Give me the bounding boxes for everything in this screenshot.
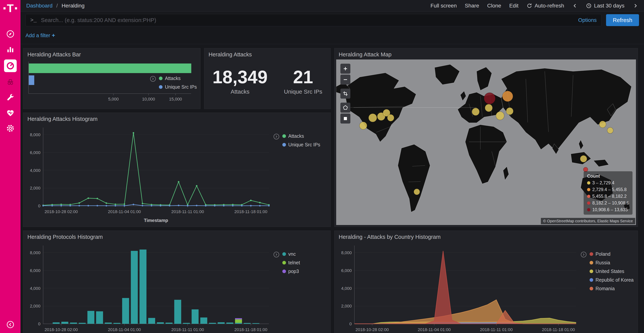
metric-label: Unique Src IPs [284,88,322,95]
legend-item[interactable]: Russia [590,260,634,265]
legend-label: telnet [288,260,300,265]
legend-item[interactable]: Poland [590,251,634,257]
app-sidebar: T [0,0,20,333]
attacks-histogram-chart[interactable]: 02,0004,0006,0008,0002018-10-28 02:00201… [25,124,273,226]
legend-item[interactable]: telnet [282,260,300,265]
draw-rectangle-button[interactable] [340,114,350,124]
svg-text:2018-10-28 02:00: 2018-10-28 02:00 [44,209,78,214]
attack-location-marker[interactable] [506,108,514,115]
legend-label: pop3 [288,268,299,274]
dashboard-icon [6,61,15,70]
attack-location-marker[interactable] [502,91,513,102]
legend-item[interactable]: pop3 [282,268,300,274]
minus-icon [342,77,348,83]
legend-item[interactable]: Romania [590,286,634,291]
attacks-bar-chart[interactable]: 5,00010,00015,000 [27,60,150,106]
panel-heralding-attacks-histogram: Heralding Attacks Histogram 02,0004,0006… [23,113,330,227]
legend-toggle-button[interactable] [150,76,156,83]
fit-data-bounds-button[interactable] [340,89,350,99]
legend-item[interactable]: Attacks [159,76,197,81]
map-legend-color-dot [587,195,590,198]
zoom-out-button[interactable] [340,75,350,85]
legend-label: Attacks [165,76,180,81]
legend-item[interactable]: United States [590,268,634,274]
metric-attacks: 18,349 Attacks [212,68,268,95]
heartbeat-icon [6,109,15,117]
logo-dot-left [4,7,6,10]
legend-item[interactable]: Republic of Korea [590,277,634,283]
legend-toggle-button[interactable] [580,251,587,259]
legend-color-dot [590,278,593,282]
panel-heralding-country-histogram: Heralding - Attacks by Country Histogram… [334,231,638,333]
attack-location-marker[interactable] [485,104,492,112]
legend-color-dot [159,77,162,80]
attack-location-marker[interactable] [599,121,606,128]
country-histogram-chart[interactable]: 02,0004,0006,0008,0002018-10-28 02:00201… [336,242,580,333]
sidebar-item-t-pot[interactable] [4,77,17,88]
legend-label: Poland [596,251,610,257]
legend-label: Unique Src IPs [288,142,320,148]
svg-text:2018-11-11 01:00: 2018-11-11 01:00 [171,209,204,214]
attack-location-marker[interactable] [496,111,504,120]
legend-color-dot [590,261,593,264]
attack-location-marker[interactable] [484,93,495,104]
protocols-histogram-chart[interactable]: 02,0004,0006,0008,0002018-10-28 02:00201… [25,242,273,333]
legend-color-dot [159,85,162,89]
legend-color-dot [590,287,593,290]
map-attribution: © OpenStreetMap contributors, Elastic Ma… [541,218,635,224]
legend-item[interactable]: Unique Src IPs [159,84,197,90]
legend-toggle-button[interactable] [273,251,280,259]
attack-location-marker[interactable] [387,114,394,121]
map-legend-color-dot [587,201,590,205]
svg-text:5,000: 5,000 [108,97,119,102]
sidebar-item-management[interactable] [4,123,17,134]
legend-item[interactable]: Unique Src IPs [282,142,320,148]
chart-legend: AttacksUnique Src IPs [273,124,328,226]
svg-text:2018-11-11 01:00: 2018-11-11 01:00 [480,327,512,332]
map-legend-range-label: 10,908.6 – 13,635 [592,207,628,212]
crop-icon [342,91,348,97]
attack-map[interactable]: Count 3 – 2,729.42,729.4 – 5,455.85,455.… [336,60,636,225]
attack-location-marker[interactable] [472,108,479,116]
attack-location-marker[interactable] [368,114,377,122]
sidebar-item-dev-tools[interactable] [4,93,17,103]
compass-icon [6,30,15,38]
attack-location-marker[interactable] [360,122,367,130]
legend-color-dot [282,261,286,264]
panel-heralding-protocols-histogram: Heralding Protocols Histogram 02,0004,00… [23,231,330,333]
sidebar-item-dashboard[interactable] [4,60,17,72]
attack-location-marker[interactable] [580,155,587,162]
wrench-icon [6,93,15,102]
sidebar-item-visualize[interactable] [4,44,17,55]
legend-color-dot [282,143,286,147]
draw-polygon-button[interactable] [340,103,350,113]
panel-title: Heralding Attacks [204,48,330,59]
tmobile-logo: T [4,3,17,14]
map-legend-range-label: 3 – 2,729.4 [592,180,614,185]
attack-location-marker[interactable] [414,189,420,195]
panel-heralding-attack-map: Heralding Attack Map Count 3 – 2,729.42,… [334,48,638,227]
svg-text:8,000: 8,000 [30,132,40,137]
legend-color-dot [590,252,593,256]
svg-text:2018-11-18 01:00: 2018-11-18 01:00 [234,327,268,332]
chart-legend: PolandRussiaUnited StatesRepublic of Kor… [580,242,635,333]
collapse-nav-button[interactable] [0,320,20,329]
sidebar-nav [4,29,17,134]
legend-item[interactable]: Attacks [282,133,320,139]
logo-letter: T [7,3,14,14]
logo-dot-right [15,7,17,10]
panel-heralding-attacks-metric: Heralding Attacks 18,349 Attacks 21 Uniq… [204,48,330,109]
sidebar-item-discover[interactable] [4,29,17,39]
attack-location-marker[interactable] [607,127,613,134]
legend-label: Republic of Korea [596,277,634,283]
legend-toggle-icon [150,76,156,82]
legend-toggle-button[interactable] [273,133,280,141]
legend-item[interactable]: vnc [282,251,300,257]
panel-title: Heralding Attacks Bar [23,48,200,59]
svg-text:4,000: 4,000 [30,168,40,173]
svg-text:6,000: 6,000 [341,268,352,273]
sidebar-item-monitoring[interactable] [4,108,17,118]
zoom-in-button[interactable] [340,64,350,74]
panel-heralding-attacks-bar: Heralding Attacks Bar 5,00010,00015,000 … [23,48,200,109]
svg-text:2018-11-11 01:00: 2018-11-11 01:00 [171,327,204,332]
